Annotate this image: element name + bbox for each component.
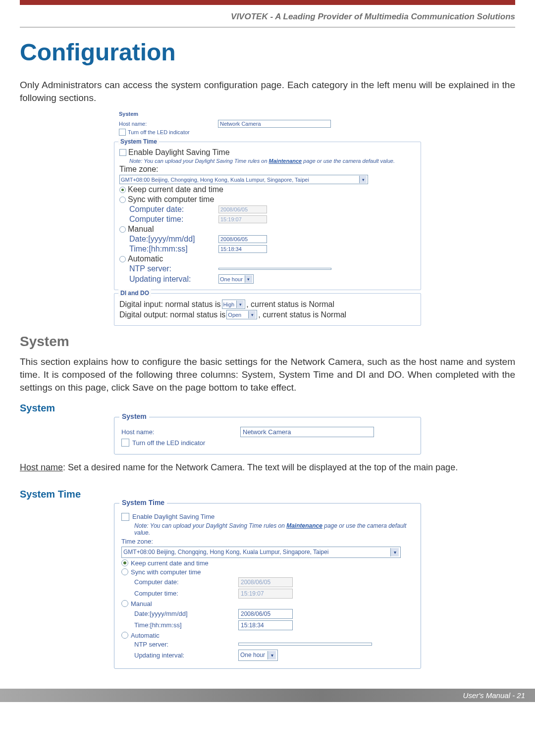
dst-label: Enable Daylight Saving Time [128, 148, 230, 157]
timezone-select[interactable]: GMT+08:00 Beijing, Chongqing, Hong Kong,… [119, 175, 368, 184]
ss3-upd-select[interactable]: One hour▾ [238, 650, 278, 661]
ss3-radio-auto[interactable] [121, 632, 128, 639]
system-box-screenshot: System Host name: Network Camera Turn of… [114, 417, 421, 454]
ss3-radio-manual[interactable] [121, 600, 128, 607]
radio-keep[interactable] [119, 187, 126, 193]
ss3-cdate-value: 2008/06/05 [238, 577, 293, 587]
ss3-legend: System Time [119, 499, 167, 506]
ss2-led-label: Turn off the LED indicator [132, 439, 205, 447]
ss3-mdate-label: Date:[yyyy/mm/dd] [134, 610, 238, 617]
radio-sync[interactable] [119, 197, 126, 203]
system-time-legend: System Time [118, 138, 159, 145]
ss2-led-checkbox[interactable] [121, 439, 129, 447]
manual-time-label: Time:[hh:mm:ss] [129, 245, 218, 253]
host-name-input[interactable]: Network Camera [218, 120, 331, 128]
page-title: Configuration [20, 39, 515, 66]
chevron-down-icon: ▾ [236, 301, 244, 308]
digital-output-row: Digital output: normal status is Open▾ ,… [119, 310, 416, 319]
system-paragraph: This section explains how to configure t… [20, 355, 515, 394]
chevron-down-icon: ▾ [268, 651, 276, 659]
ss3-ctime-value: 15:19:07 [238, 589, 293, 599]
computer-date-value: 2008/06/05 [218, 205, 267, 213]
chevron-down-icon: ▾ [359, 176, 367, 183]
led-checkbox[interactable] [119, 129, 126, 136]
ss3-dst-label: Enable Daylight Saving Time [132, 513, 214, 520]
manual-date-label: Date:[yyyy/mm/dd] [129, 235, 218, 244]
ss3-radio-keep[interactable] [121, 559, 128, 566]
ss3-mdate-input[interactable]: 2008/06/05 [238, 609, 293, 619]
chevron-down-icon: ▾ [245, 275, 252, 283]
host-name-label: Host name: [119, 121, 218, 127]
manual-date-input[interactable]: 2008/06/05 [218, 235, 267, 243]
config-screenshot-full: System Host name: Network Camera Turn of… [114, 109, 421, 326]
sub-time-heading: System Time [20, 489, 515, 500]
chevron-down-icon: ▾ [248, 311, 256, 318]
ss3-dst-checkbox[interactable] [121, 513, 129, 521]
maintenance-link[interactable]: Maintenance [269, 158, 302, 164]
ss3-upd-label: Updating interval: [134, 652, 238, 659]
di-select[interactable]: High▾ [222, 300, 246, 309]
dido-legend: DI and DO [118, 290, 151, 297]
ss3-cdate-label: Computer date: [134, 578, 238, 586]
ss3-radio-manual-label: Manual [131, 600, 152, 607]
radio-keep-label: Keep current date and time [128, 185, 223, 194]
radio-auto-label: Automatic [128, 254, 163, 263]
manual-time-input[interactable]: 15:18:34 [218, 245, 267, 253]
ss3-radio-sync-label: Sync with computer time [131, 568, 201, 576]
page-footer: User's Manual - 21 [0, 689, 535, 702]
radio-manual-label: Manual [128, 225, 154, 234]
ss2-host-label: Host name: [121, 428, 240, 436]
ss3-ctime-label: Computer time: [134, 590, 238, 597]
dst-note: Note: You can upload your Daylight Savin… [129, 158, 416, 164]
digital-input-row: Digital input: normal status is High▾ , … [119, 300, 416, 309]
system-time-screenshot: System Time Enable Daylight Saving Time … [114, 503, 421, 669]
ss3-mtime-input[interactable]: 15:18:34 [238, 620, 293, 630]
ss3-maintenance-link[interactable]: Maintenance [286, 522, 322, 529]
ss2-legend: System [119, 412, 149, 420]
radio-auto[interactable] [119, 256, 126, 262]
page-header: VIVOTEK - A Leading Provider of Multimed… [20, 0, 515, 28]
intro-paragraph: Only Administrators can access the syste… [20, 79, 515, 104]
chevron-down-icon: ▾ [390, 548, 399, 556]
ntp-label: NTP server: [129, 264, 218, 273]
ss3-dst-note: Note: You can upload your Daylight Savin… [134, 522, 414, 536]
ss2-host-input[interactable]: Network Camera [240, 427, 374, 437]
computer-date-label: Computer date: [129, 205, 218, 214]
update-interval-select[interactable]: One hour▾ [218, 274, 254, 284]
update-interval-label: Updating interval: [129, 275, 218, 284]
tz-label: Time zone: [119, 165, 159, 174]
dst-checkbox[interactable] [119, 149, 126, 156]
ss3-ntp-input[interactable] [238, 643, 372, 646]
system-section-heading: System [20, 334, 515, 350]
computer-time-label: Computer time: [129, 215, 218, 224]
ss3-radio-sync[interactable] [121, 568, 128, 575]
ntp-input[interactable] [218, 268, 331, 270]
ss3-tz-label: Time zone: [121, 538, 153, 545]
ss1-system-heading: System [114, 109, 421, 117]
sub-system-heading: System [20, 403, 515, 414]
ss3-timezone-select[interactable]: GMT+08:00 Beijing, Chongqing, Hong Kong,… [121, 547, 401, 558]
ss3-ntp-label: NTP server: [134, 641, 238, 648]
ss3-mtime-label: Time:[hh:mm:ss] [134, 621, 238, 629]
radio-manual[interactable] [119, 226, 126, 233]
hostname-paragraph: Host name: Set a desired name for the Ne… [20, 461, 515, 473]
ss3-radio-auto-label: Automatic [131, 632, 160, 639]
led-label: Turn off the LED indicator [128, 129, 190, 135]
ss3-radio-keep-label: Keep current date and time [131, 559, 209, 567]
do-select[interactable]: Open▾ [226, 310, 257, 319]
computer-time-value: 15:19:07 [218, 215, 267, 223]
radio-sync-label: Sync with computer time [128, 195, 214, 204]
